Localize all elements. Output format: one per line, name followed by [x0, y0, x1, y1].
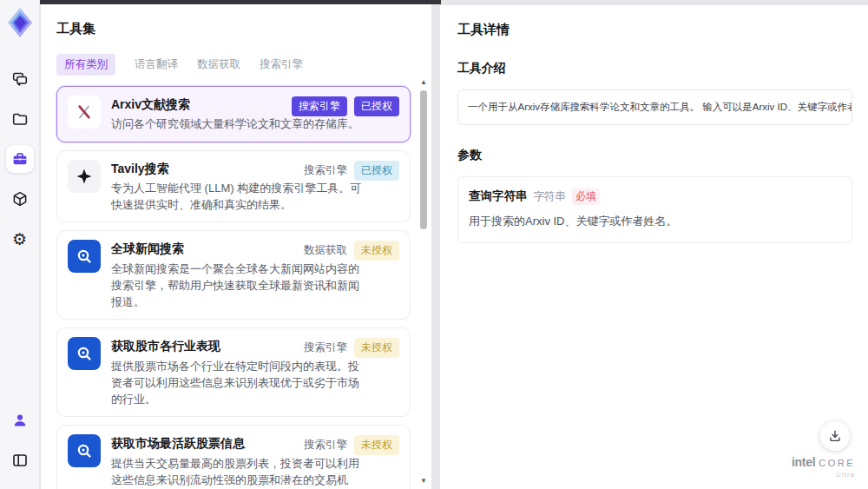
- stock-search-icon: [68, 337, 101, 370]
- auth-status-badge: 未授权: [354, 435, 399, 455]
- detail-title: 工具详情: [457, 22, 852, 38]
- sidebar-item-tools[interactable]: [6, 145, 34, 173]
- tool-description: 专为人工智能代理 (LLM) 构建的搜索引擎工具。可快速提供实时、准确和真实的结…: [111, 180, 399, 213]
- scroll-up-icon[interactable]: ▲: [420, 79, 427, 87]
- ultra-wordmark: Ultra: [792, 471, 855, 479]
- chat-icon: [11, 70, 29, 88]
- list-scrollbar[interactable]: ▲ ▼: [419, 79, 428, 486]
- scroll-down-icon[interactable]: ▼: [420, 478, 427, 486]
- category-tabs: 所有类别 语言翻译 数据获取 搜索引擎: [56, 54, 418, 76]
- tab-all-categories[interactable]: 所有类别: [56, 54, 115, 76]
- tool-card-active-stocks[interactable]: 获取市场最活跃股票信息 提供当天交易量最高的股票列表，投资者可以利用这些信息来识…: [56, 425, 411, 489]
- category-badge: 搜索引擎: [292, 96, 347, 116]
- card-badges: 搜索引擎 未授权: [304, 338, 399, 358]
- sidebar-item-settings[interactable]: ⚙: [6, 225, 34, 253]
- required-badge: 必填: [572, 188, 600, 205]
- briefcase-icon: [11, 150, 29, 168]
- app-logo-icon: [6, 7, 34, 38]
- sidebar-item-collapse[interactable]: [6, 446, 34, 474]
- window-top-edge: [40, 0, 441, 4]
- category-label: 搜索引擎: [304, 438, 347, 453]
- folder-icon: [11, 110, 29, 128]
- parameter-description: 用于搜索的Arxiv ID、关键字或作者姓名。: [469, 214, 841, 229]
- scrollbar-track[interactable]: [420, 87, 427, 478]
- sidebar: ⚙: [0, 0, 40, 489]
- app-root: ⚙ 工具集 所有类别 语言翻译 数据获取: [0, 0, 868, 489]
- cube-icon: [11, 190, 29, 208]
- tool-card-list: Arxiv文献搜索 访问各个研究领域大量科学论文和文章的存储库。 搜索引擎 已授…: [56, 86, 418, 489]
- sidebar-item-packages[interactable]: [6, 185, 34, 213]
- core-wordmark: CORE: [819, 458, 855, 468]
- user-avatar-icon: [11, 412, 29, 429]
- tool-description: 提供股票市场各个行业在特定时间段内的表现。投资者可以利用这些信息来识别表现优于或…: [111, 358, 399, 408]
- scrollbar-thumb[interactable]: [420, 90, 427, 229]
- tab-language-translation[interactable]: 语言翻译: [135, 57, 178, 72]
- params-heading: 参数: [457, 148, 852, 163]
- stock-search-icon: [68, 434, 101, 467]
- sidebar-item-files[interactable]: [6, 105, 34, 133]
- sidebar-item-account[interactable]: [6, 406, 34, 434]
- card-badges: 搜索引擎 未授权: [304, 435, 399, 455]
- tab-search-engine[interactable]: 搜索引擎: [260, 57, 303, 72]
- auth-status-badge: 已授权: [354, 161, 399, 181]
- tool-description: 提供当天交易量最高的股票列表，投资者可以利用这些信息来识别流动性强的股票和潜在的…: [111, 455, 399, 489]
- download-button[interactable]: [820, 421, 850, 451]
- tool-description: 访问各个研究领域大量科学论文和文章的存储库。: [111, 116, 399, 132]
- tab-data-fetching[interactable]: 数据获取: [197, 57, 240, 72]
- auth-status-badge: 未授权: [354, 241, 399, 261]
- tool-intro-text: 一个用于从Arxiv存储库搜索科学论文和文章的工具。 输入可以是Arxiv ID…: [457, 89, 852, 125]
- gear-icon: ⚙: [12, 231, 27, 248]
- tool-description: 全球新闻搜索是一个聚合全球各大新闻网站内容的搜索引擎，帮助用户快速获取全球最新资…: [111, 261, 399, 311]
- category-label: 数据获取: [304, 243, 347, 258]
- download-icon: [827, 428, 843, 444]
- card-badges: 搜索引擎 已授权: [304, 161, 399, 181]
- parameter-type: 字符串: [534, 189, 567, 204]
- panel-toggle-icon: [11, 452, 29, 469]
- intel-wordmark: intel: [792, 455, 815, 469]
- sidebar-item-chat[interactable]: [6, 65, 34, 93]
- parameter-card: 查询字符串 字符串 必填 用于搜索的Arxiv ID、关键字或作者姓名。: [457, 176, 852, 243]
- category-label: 搜索引擎: [304, 340, 347, 355]
- news-search-icon: [68, 240, 101, 273]
- auth-status-badge: 已授权: [354, 96, 399, 116]
- tool-card-stock-industry[interactable]: 获取股市各行业表现 提供股票市场各个行业在特定时间段内的表现。投资者可以利用这些…: [56, 327, 411, 417]
- tool-card-tavily[interactable]: Tavily搜索 专为人工智能代理 (LLM) 构建的搜索引擎工具。可快速提供实…: [56, 150, 411, 223]
- tool-card-global-news[interactable]: 全球新闻搜索 全球新闻搜索是一个聚合全球各大新闻网站内容的搜索引擎，帮助用户快速…: [56, 230, 411, 320]
- parameter-name: 查询字符串: [469, 188, 528, 204]
- tavily-star-icon: [68, 160, 101, 193]
- arxiv-icon: [68, 96, 101, 129]
- auth-status-badge: 未授权: [354, 338, 399, 358]
- intro-heading: 工具介绍: [457, 61, 852, 76]
- parameter-header: 查询字符串 字符串 必填: [469, 188, 841, 205]
- category-label: 搜索引擎: [304, 163, 347, 178]
- card-badges: 数据获取 未授权: [304, 241, 399, 261]
- tool-list-panel: 工具集 所有类别 语言翻译 数据获取 搜索引擎 Arxiv文献搜索 访问各个研究…: [41, 4, 431, 489]
- intel-core-logo: intelCORE Ultra: [792, 454, 855, 479]
- tool-card-arxiv[interactable]: Arxiv文献搜索 访问各个研究领域大量科学论文和文章的存储库。 搜索引擎 已授…: [56, 86, 411, 142]
- card-badges: 搜索引擎 已授权: [292, 96, 399, 116]
- page-title: 工具集: [56, 21, 418, 37]
- tool-detail-panel: 工具详情 工具介绍 一个用于从Arxiv存储库搜索科学论文和文章的工具。 输入可…: [440, 5, 868, 489]
